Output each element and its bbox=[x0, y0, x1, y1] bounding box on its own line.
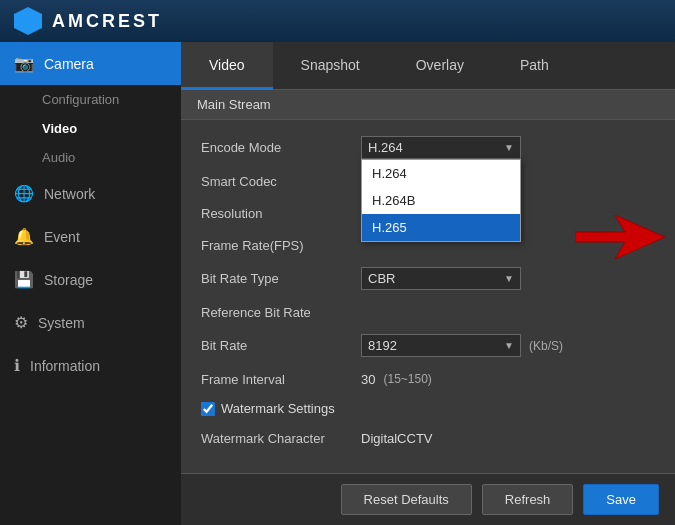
resolution-label: Resolution bbox=[201, 206, 361, 221]
event-icon: 🔔 bbox=[14, 227, 34, 246]
watermark-settings-row: Watermark Settings bbox=[201, 395, 655, 422]
button-bar: Reset Defaults Refresh Save bbox=[181, 473, 675, 525]
sidebar: 📷 Camera Configuration Video Audio 🌐 Net… bbox=[0, 42, 181, 525]
bit-rate-type-control: CBR ▼ bbox=[361, 267, 521, 290]
bit-rate-type-row: Bit Rate Type CBR ▼ bbox=[201, 261, 655, 296]
tab-overlay[interactable]: Overlay bbox=[388, 42, 492, 90]
frame-interval-row: Frame Interval 30 (15~150) bbox=[201, 363, 655, 395]
tabs-bar: Video Snapshot Overlay Path bbox=[181, 42, 675, 90]
storage-icon: 💾 bbox=[14, 270, 34, 289]
bit-rate-control: 8192 ▼ (Kb/S) bbox=[361, 334, 563, 357]
sidebar-item-system[interactable]: ⚙ System bbox=[0, 301, 181, 344]
information-icon: ℹ bbox=[14, 356, 20, 375]
bit-rate-value: 8192 bbox=[368, 338, 397, 353]
sidebar-sub-video[interactable]: Video bbox=[0, 114, 181, 143]
sidebar-sub-audio[interactable]: Audio bbox=[0, 143, 181, 172]
encode-mode-arrow: ▼ bbox=[504, 142, 514, 153]
bit-rate-type-dropdown[interactable]: CBR ▼ bbox=[361, 267, 521, 290]
tab-video[interactable]: Video bbox=[181, 42, 273, 90]
bit-rate-type-arrow: ▼ bbox=[504, 273, 514, 284]
logo-text: AMCREST bbox=[52, 11, 162, 32]
refresh-button[interactable]: Refresh bbox=[482, 484, 574, 515]
sidebar-label-information: Information bbox=[30, 358, 100, 374]
encode-mode-label: Encode Mode bbox=[201, 140, 361, 155]
sidebar-item-storage[interactable]: 💾 Storage bbox=[0, 258, 181, 301]
frame-rate-label: Frame Rate(FPS) bbox=[201, 238, 361, 253]
network-icon: 🌐 bbox=[14, 184, 34, 203]
sidebar-label-camera: Camera bbox=[44, 56, 94, 72]
sidebar-item-information[interactable]: ℹ Information bbox=[0, 344, 181, 387]
smart-codec-label: Smart Codec bbox=[201, 174, 361, 189]
bit-rate-arrow: ▼ bbox=[504, 340, 514, 351]
tab-path[interactable]: Path bbox=[492, 42, 577, 90]
watermark-character-control: DigitalCCTV bbox=[361, 431, 433, 446]
encode-mode-control: H.264 ▼ H.264 H.264B H.265 bbox=[361, 136, 521, 159]
frame-interval-value: 30 bbox=[361, 372, 375, 387]
section-header: Main Stream bbox=[181, 90, 675, 120]
system-icon: ⚙ bbox=[14, 313, 28, 332]
watermark-character-label: Watermark Character bbox=[201, 431, 361, 446]
bit-rate-row: Bit Rate 8192 ▼ (Kb/S) bbox=[201, 328, 655, 363]
watermark-character-row: Watermark Character DigitalCCTV bbox=[201, 422, 655, 454]
encode-mode-dropdown[interactable]: H.264 ▼ bbox=[361, 136, 521, 159]
main-content: Video Snapshot Overlay Path Main Stream … bbox=[181, 42, 675, 525]
reference-bit-rate-label: Reference Bit Rate bbox=[201, 305, 361, 320]
reference-bit-rate-row: Reference Bit Rate bbox=[201, 296, 655, 328]
frame-interval-hint: (15~150) bbox=[383, 372, 431, 386]
sidebar-label-event: Event bbox=[44, 229, 80, 245]
sidebar-sub-configuration[interactable]: Configuration bbox=[0, 85, 181, 114]
dropdown-option-h264b[interactable]: H.264B bbox=[362, 187, 520, 214]
sidebar-item-network[interactable]: 🌐 Network bbox=[0, 172, 181, 215]
reset-defaults-button[interactable]: Reset Defaults bbox=[341, 484, 472, 515]
encode-mode-row: Encode Mode H.264 ▼ H.264 H.264B H.265 bbox=[201, 130, 655, 165]
watermark-checkbox[interactable] bbox=[201, 402, 215, 416]
sidebar-item-event[interactable]: 🔔 Event bbox=[0, 215, 181, 258]
sidebar-item-camera[interactable]: 📷 Camera bbox=[0, 42, 181, 85]
sidebar-label-system: System bbox=[38, 315, 85, 331]
encode-mode-dropdown-list: H.264 H.264B H.265 bbox=[361, 159, 521, 242]
encode-mode-selected: H.264 bbox=[368, 140, 403, 155]
bit-rate-dropdown[interactable]: 8192 ▼ bbox=[361, 334, 521, 357]
encode-mode-dropdown-container: H.264 ▼ H.264 H.264B H.265 bbox=[361, 136, 521, 159]
logo-icon bbox=[14, 7, 42, 35]
bit-rate-label: Bit Rate bbox=[201, 338, 361, 353]
bit-rate-type-value: CBR bbox=[368, 271, 395, 286]
form-content: Encode Mode H.264 ▼ H.264 H.264B H.265 bbox=[181, 120, 675, 473]
dropdown-option-h264[interactable]: H.264 bbox=[362, 160, 520, 187]
frame-interval-label: Frame Interval bbox=[201, 372, 361, 387]
frame-interval-control: 30 (15~150) bbox=[361, 372, 432, 387]
tab-snapshot[interactable]: Snapshot bbox=[273, 42, 388, 90]
bit-rate-type-label: Bit Rate Type bbox=[201, 271, 361, 286]
camera-icon: 📷 bbox=[14, 54, 34, 73]
app-header: AMCREST bbox=[0, 0, 675, 42]
sidebar-label-network: Network bbox=[44, 186, 95, 202]
sidebar-label-storage: Storage bbox=[44, 272, 93, 288]
bit-rate-hint: (Kb/S) bbox=[529, 339, 563, 353]
save-button[interactable]: Save bbox=[583, 484, 659, 515]
watermark-character-value: DigitalCCTV bbox=[361, 431, 433, 446]
watermark-settings-label: Watermark Settings bbox=[221, 401, 335, 416]
dropdown-option-h265[interactable]: H.265 bbox=[362, 214, 520, 241]
